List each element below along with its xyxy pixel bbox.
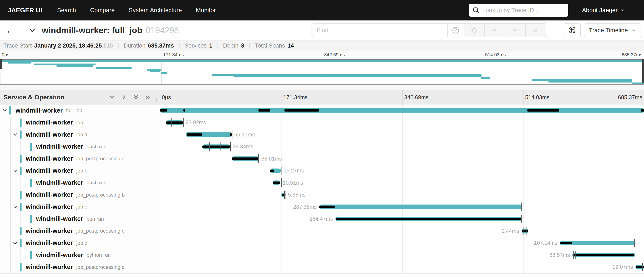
minimap-left-drag-handle[interactable]: [0, 59, 2, 69]
find-help-button[interactable]: [447, 24, 464, 37]
nav-item-monitor[interactable]: Monitor: [196, 7, 216, 14]
find-next-button[interactable]: [505, 24, 525, 37]
span-row[interactable]: windmill-workerjob c287.36ms: [0, 201, 644, 213]
span-name-cell[interactable]: windmill-workerjob c: [0, 201, 160, 213]
span-bar[interactable]: [186, 132, 232, 137]
find-clear-button[interactable]: [525, 24, 546, 37]
axis-tick-label: 171.34ms: [283, 94, 308, 101]
span-row[interactable]: windmill-workerjob b15.27ms: [0, 165, 644, 177]
service-name: windmill-worker: [36, 143, 83, 150]
span-name-cell[interactable]: windmill-workerbun run: [0, 213, 160, 225]
service-name: windmill-worker: [16, 107, 63, 114]
span-timeline-cell[interactable]: 88.57ms: [160, 249, 644, 261]
collapse-one-level-icon[interactable]: [120, 94, 127, 101]
span-row[interactable]: windmill-workerbash run39.34ms: [0, 141, 644, 153]
span-name-cell[interactable]: windmill-workerjob_postprocessing c: [0, 225, 160, 237]
service-color-accent: [30, 251, 32, 259]
span-timeline-cell[interactable]: 23.92ms: [160, 116, 644, 129]
expand-chevron-icon[interactable]: [12, 204, 18, 210]
span-bar[interactable]: [270, 168, 281, 173]
minimap-right-drag-handle[interactable]: [642, 59, 644, 83]
trace-id-lookup-input[interactable]: Lookup by Trace ID...: [469, 4, 568, 17]
operation-name: job_postprocessing c: [76, 228, 124, 234]
about-jaeger-menu[interactable]: About Jaeger: [582, 7, 625, 14]
span-name-cell[interactable]: windmill-workerjob: [0, 116, 160, 129]
span-timeline-cell[interactable]: 15.27ms: [160, 165, 644, 177]
span-row[interactable]: windmill-workerjob23.92ms: [0, 116, 644, 129]
span-timeline-cell[interactable]: 107.14ms: [160, 237, 644, 249]
span-row[interactable]: windmill-workerjob d107.14ms: [0, 237, 644, 249]
column-resize-handle[interactable]: [156, 98, 158, 102]
span-row[interactable]: windmill-workerbash run10.51ms: [0, 177, 644, 189]
span-timeline-cell[interactable]: 264.47ms: [160, 213, 644, 225]
span-bar[interactable]: [273, 180, 280, 185]
trace-title-text: windmill-worker: full_job: [42, 26, 142, 35]
span-bar[interactable]: [166, 120, 183, 125]
span-bar[interactable]: [202, 144, 230, 149]
trace-minimap[interactable]: [0, 59, 644, 85]
find-input[interactable]: Find...: [312, 24, 447, 37]
nav-item-search[interactable]: Search: [57, 7, 76, 14]
span-name-cell[interactable]: windmill-workerjob_postprocessing b: [0, 189, 160, 201]
span-timeline-cell[interactable]: 39.34ms: [160, 141, 644, 153]
span-name-cell[interactable]: windmill-workerjob b: [0, 165, 160, 177]
span-timeline-cell[interactable]: 38.01ms: [160, 153, 644, 165]
critical-path-segment: [527, 109, 559, 112]
keyboard-shortcuts-button[interactable]: ⌘: [564, 24, 581, 37]
span-bar[interactable]: [572, 253, 635, 257]
collapse-trace-detail-chevron[interactable]: [28, 26, 36, 34]
span-name-cell[interactable]: windmill-workerbash run: [0, 177, 160, 189]
service-color-accent: [30, 179, 32, 187]
span-row[interactable]: windmill-workerjob_postprocessing d12.07…: [0, 261, 644, 273]
find-prev-button[interactable]: [484, 24, 505, 37]
span-row[interactable]: windmill-workerjob a65.17ms: [0, 128, 644, 141]
span-name-cell[interactable]: windmill-workerjob_postprocessing d: [0, 261, 160, 273]
span-timeline-cell[interactable]: 12.07ms: [160, 261, 644, 273]
expand-all-icon[interactable]: [132, 94, 139, 101]
span-timeline-cell[interactable]: 5.88ms: [160, 189, 644, 201]
app-brand[interactable]: JAEGER UI: [8, 6, 42, 14]
span-timeline-cell[interactable]: 10.51ms: [160, 177, 644, 189]
span-bar[interactable]: [336, 216, 522, 221]
expand-chevron-icon[interactable]: [12, 240, 18, 246]
span-bar[interactable]: [636, 265, 644, 269]
service-color-accent: [10, 106, 11, 114]
span-row[interactable]: windmill-workerbun run264.47ms: [0, 213, 644, 225]
span-log-tick: [174, 118, 174, 127]
close-icon: [532, 27, 539, 34]
span-row[interactable]: windmill-workerjob_postprocessing c9.44m…: [0, 225, 644, 237]
nav-item-compare[interactable]: Compare: [90, 7, 114, 14]
span-timeline-cell[interactable]: 287.36ms: [160, 201, 644, 213]
expand-chevron-icon[interactable]: [12, 168, 18, 174]
span-timeline-cell[interactable]: 9.44ms: [160, 225, 644, 237]
collapse-all-icon[interactable]: [144, 94, 151, 101]
expand-chevron-icon[interactable]: [2, 108, 8, 113]
span-row[interactable]: windmill-workerjob_postprocessing a38.01…: [0, 153, 644, 165]
expand-chevron-icon[interactable]: [12, 132, 18, 137]
span-name-cell[interactable]: windmill-workerfull_job: [0, 104, 160, 116]
span-bar[interactable]: [319, 205, 522, 209]
trace-header: ← windmill-worker: full_job0194296 Find.…: [0, 20, 644, 40]
expand-one-level-icon[interactable]: [108, 94, 115, 101]
trace-view-select[interactable]: Trace Timeline: [584, 24, 642, 37]
span-timeline-cell[interactable]: [160, 104, 644, 116]
span-row[interactable]: windmill-workerfull_job: [0, 104, 644, 116]
span-log-tick: [219, 142, 219, 151]
span-name-cell[interactable]: windmill-workerpython run: [0, 249, 160, 261]
span-log-tick: [281, 166, 282, 175]
span-bar[interactable]: [160, 108, 644, 113]
back-button[interactable]: ←: [0, 20, 21, 40]
axis-divider: [281, 90, 282, 104]
nav-item-system-architecture[interactable]: System Architecture: [129, 7, 182, 14]
span-timeline-cell[interactable]: 65.17ms: [160, 128, 644, 141]
span-name-cell[interactable]: windmill-workerjob d: [0, 237, 160, 249]
span-row[interactable]: windmill-workerjob_postprocessing b5.88m…: [0, 189, 644, 201]
span-name-cell[interactable]: windmill-workerbash run: [0, 141, 160, 153]
operation-name: job: [76, 120, 83, 126]
span-bar[interactable]: [281, 192, 285, 197]
span-row[interactable]: windmill-workerpython run88.57ms: [0, 249, 644, 261]
focus-span-button[interactable]: [464, 24, 484, 37]
span-name-cell[interactable]: windmill-workerjob a: [0, 128, 160, 141]
span-bar[interactable]: [560, 241, 636, 245]
span-name-cell[interactable]: windmill-workerjob_postprocessing a: [0, 153, 160, 165]
